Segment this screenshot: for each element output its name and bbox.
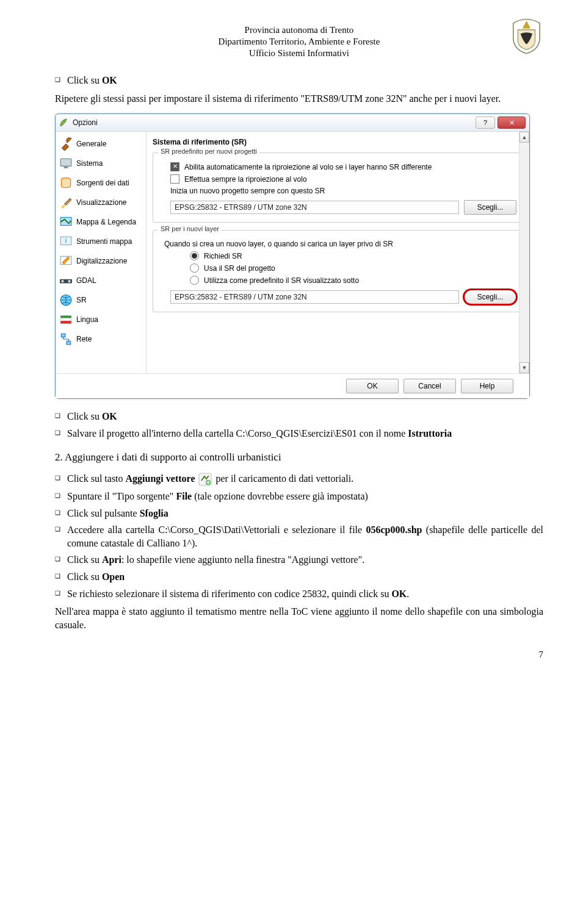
vertical-scrollbar[interactable]: ▲ ▼ — [519, 132, 529, 373]
radio-usa-sr-progetto[interactable] — [190, 263, 199, 273]
radio-richiedi-sr[interactable] — [190, 251, 199, 260]
label-layer-desc: Quando si crea un nuovo layer, o quando … — [164, 240, 516, 248]
bullet-accedere: ❑ Accedere alla cartella C:\Corso_QGIS\D… — [55, 523, 543, 550]
page-header-text: Provincia autonoma di Trento Dipartiment… — [219, 24, 380, 59]
bullet-aggiungi-vettore: ❑ Click sul tasto Aggiungi vettore per i… — [55, 472, 543, 486]
bullet-square-icon: ❑ — [55, 587, 67, 600]
dialog-footer: OK Cancel Help — [56, 373, 529, 398]
bullet-square-icon: ❑ — [55, 427, 67, 439]
svg-point-9 — [68, 280, 70, 282]
header-line3: Ufficio Sistemi Informativi — [219, 48, 380, 59]
sidebar-item-sorgenti[interactable]: Sorgenti dei dati — [56, 173, 146, 193]
dialog-titlebar: Opzioni ? ✕ — [56, 114, 529, 132]
bullet-square-icon: ❑ — [55, 472, 67, 484]
bullet-square-icon: ❑ — [55, 74, 67, 86]
map-icon — [59, 215, 73, 229]
svg-point-8 — [61, 280, 63, 282]
radio-predefinito-sotto[interactable] — [190, 276, 199, 285]
sidebar-item-gdal[interactable]: GDAL — [56, 271, 146, 290]
pencil-icon — [59, 254, 73, 268]
section-title: Sistema di riferimento (SR) — [153, 138, 523, 146]
groupbox-sr-layer: SR per i nuovi layer Quando si crea un n… — [153, 230, 523, 312]
bullet-square-icon: ❑ — [55, 523, 67, 535]
bullet-save: ❑ Salvare il progetto all'interno della … — [55, 427, 543, 440]
bullet-tipo-sorgente: ❑ Spuntare il "Tipo sorgente" File (tale… — [55, 490, 543, 503]
info-icon: i — [59, 235, 73, 248]
bullet-click-ok: ❑ Click su OK — [55, 74, 543, 87]
sidebar-item-generale[interactable]: Generale — [56, 134, 146, 154]
crest-logo — [510, 15, 543, 55]
svg-text:i: i — [65, 237, 67, 245]
header-line1: Provincia autonoma di Trento — [219, 24, 380, 36]
page-number: 7 — [55, 650, 543, 660]
add-vector-icon — [198, 473, 212, 486]
bullet-sfoglia: ❑ Click sul pulsante Sfoglia — [55, 507, 543, 520]
app-leaf-icon — [59, 118, 69, 127]
groupbox-sr-progetti: SR predefinito per nuovi progetti Abilit… — [153, 152, 523, 223]
scegli-button-1[interactable]: Scegli... — [464, 200, 516, 215]
dialog-opzioni: Opzioni ? ✕ Generale Sistema Sorgenti de… — [55, 113, 530, 399]
label-new-project-sr: Inizia un nuovo progetto sempre con ques… — [170, 187, 516, 195]
flag-icon — [59, 313, 73, 326]
svg-rect-14 — [61, 334, 65, 338]
scroll-up-icon[interactable]: ▲ — [519, 132, 529, 143]
dialog-main: Sistema di riferimento (SR) SR predefini… — [146, 132, 529, 373]
sidebar-item-sistema[interactable]: Sistema — [56, 154, 146, 173]
network-icon — [59, 332, 73, 346]
cancel-button[interactable]: Cancel — [403, 379, 456, 393]
section-2-heading: 2. Aggiungere i dati di supporto ai cont… — [55, 451, 543, 464]
bullet-square-icon: ❑ — [55, 570, 67, 582]
database-icon — [59, 176, 73, 190]
wrench-icon — [59, 137, 73, 151]
checkbox-autoreproject[interactable] — [170, 162, 179, 171]
sidebar-item-digitalizzazione[interactable]: Digitalizzazione — [56, 251, 146, 271]
sidebar-item-mappa[interactable]: Mappa & Legenda — [56, 212, 146, 232]
svg-rect-11 — [60, 316, 71, 318]
scroll-down-icon[interactable]: ▼ — [519, 362, 529, 373]
sidebar-item-visualizzazione[interactable]: Visualizzazione — [56, 193, 146, 212]
sidebar-item-sr[interactable]: SR — [56, 290, 146, 310]
help-button[interactable]: ? — [476, 116, 495, 129]
close-button[interactable]: ✕ — [497, 116, 526, 129]
ok-button[interactable]: OK — [346, 379, 399, 393]
input-layer-sr[interactable] — [170, 290, 459, 304]
bullet-click-ok-2: ❑ Click su OK — [55, 410, 543, 423]
bullet-apri: ❑ Click su Apri: lo shapefile viene aggi… — [55, 553, 543, 567]
sidebar-item-lingua[interactable]: Lingua — [56, 310, 146, 329]
bullet-square-icon: ❑ — [55, 410, 67, 422]
input-project-sr[interactable] — [170, 201, 459, 214]
bullet-square-icon: ❑ — [55, 507, 67, 519]
svg-rect-15 — [67, 342, 71, 345]
paragraph-ripetere: Ripetere gli stessi passi per impostare … — [55, 92, 543, 106]
gdal-icon — [59, 274, 73, 287]
svg-rect-1 — [64, 167, 68, 168]
globe-icon — [59, 293, 73, 307]
svg-rect-12 — [60, 318, 71, 321]
dialog-sidebar: Generale Sistema Sorgenti dei dati Visua… — [56, 132, 146, 373]
help-footer-button[interactable]: Help — [461, 379, 513, 393]
bullet-codice: ❑ Se richiesto selezionare il sistema di… — [55, 587, 543, 601]
bullet-open: ❑ Click su Open — [55, 570, 543, 584]
svg-rect-13 — [60, 321, 71, 324]
scegli-button-2[interactable]: Scegli... — [464, 290, 516, 304]
header-line2: Dipartimento Territorio, Ambiente e Fore… — [219, 36, 380, 48]
sidebar-item-strumenti[interactable]: iStrumenti mappa — [56, 232, 146, 251]
svg-rect-0 — [60, 159, 71, 167]
bullet-square-icon: ❑ — [55, 553, 67, 565]
groupbox-legend-1: SR predefinito per nuovi progetti — [158, 148, 259, 155]
groupbox-legend-2: SR per i nuovi layer — [158, 225, 222, 232]
dialog-title: Opzioni — [73, 118, 473, 127]
brush-icon — [59, 196, 73, 209]
checkbox-always-reproject[interactable] — [170, 174, 179, 184]
sidebar-item-rete[interactable]: Rete — [56, 329, 146, 349]
bullet-square-icon: ❑ — [55, 490, 67, 502]
paragraph-finale: Nell'area mappa è stato aggiunto il tema… — [55, 605, 543, 631]
monitor-icon — [59, 157, 73, 170]
